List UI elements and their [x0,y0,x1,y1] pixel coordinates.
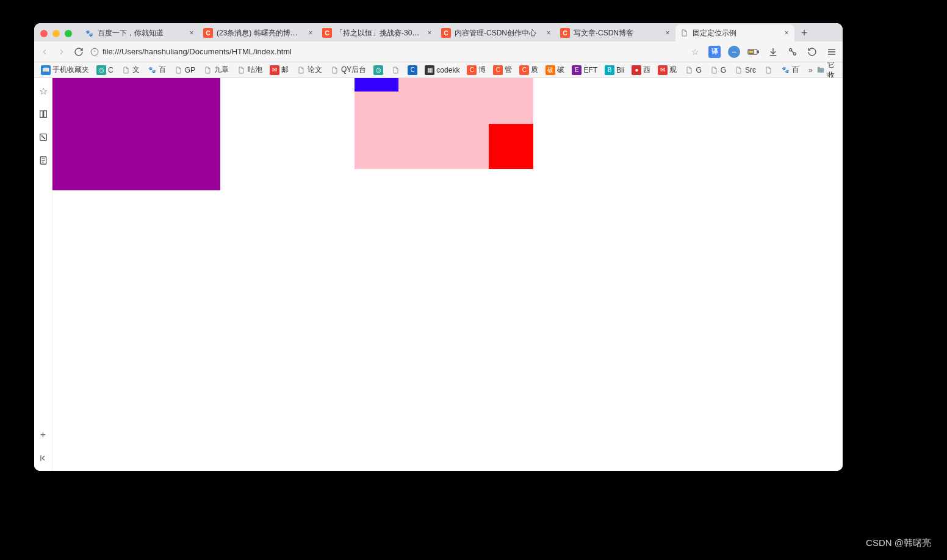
bookmark-label: EFT [583,66,597,74]
address-bar: file:///Users/hanshuliang/Documents/HTML… [34,41,843,62]
bookmark-item[interactable]: 破破 [544,65,566,75]
bookmark-label: 博 [478,65,486,75]
bookmark-favicon-icon: ◎ [96,65,106,75]
notes-icon[interactable] [38,155,49,166]
bookmark-label: QY后台 [341,65,366,75]
maximize-window-button[interactable] [65,30,72,37]
bookmark-item[interactable]: GP [171,65,197,75]
close-window-button[interactable] [40,30,48,37]
bookmark-item[interactable]: 🐾百 [779,65,801,75]
bookmark-label: 观 [669,65,677,75]
browser-tab[interactable]: C(23条消息) 韩曙亮的博客_C× [200,24,319,41]
reload-button[interactable] [73,46,84,57]
battery-icon[interactable] [747,46,760,58]
history-icon[interactable] [38,132,49,143]
tab-strip: 🐾百度一下，你就知道×C(23条消息) 韩曙亮的博客_C×C「持之以恒」挑战赛-… [34,23,843,41]
content-area: ☆ + [34,78,843,471]
zoom-indicator-icon[interactable]: − [728,46,740,58]
tab-close-button[interactable]: × [306,29,315,37]
bookmark-item[interactable]: 🐾百 [145,65,168,75]
tab-close-button[interactable]: × [544,29,553,37]
bookmark-item[interactable]: 论文 [294,65,324,75]
bookmark-label: G [696,66,701,74]
bookmark-label: 质 [531,65,538,75]
browser-tab[interactable]: C写文章-CSDN博客× [556,24,675,41]
bookmark-item[interactable]: ✉邮 [268,65,290,75]
bookmark-label: 文 [132,65,140,75]
bookmark-star-icon[interactable]: ☆ [689,46,701,58]
url-field[interactable]: file:///Users/hanshuliang/Documents/HTML… [90,47,683,56]
blue-box [355,78,398,92]
other-bookmarks-folder[interactable]: 其它收藏 [816,62,838,78]
bookmark-item[interactable] [389,65,402,75]
bookmark-favicon-icon: 🐾 [147,65,157,75]
bookmark-item[interactable]: 咕泡 [234,65,264,75]
bookmark-item[interactable]: 📖手机收藏夹 [39,65,91,75]
back-button[interactable] [39,46,50,57]
bookmark-item[interactable]: C质 [517,65,540,75]
red-box [489,124,533,169]
bookmark-item[interactable]: ✉观 [656,65,679,75]
add-panel-icon[interactable]: + [38,429,49,440]
bookmark-item[interactable]: C博 [465,65,488,75]
undo-close-icon[interactable] [806,46,818,58]
bookmark-item[interactable]: ●西 [630,65,652,75]
watermark-text: CSDN @韩曙亮 [866,537,931,549]
bookmark-item[interactable]: 九章 [201,65,231,75]
page-viewport [52,78,843,471]
browser-tab[interactable]: C「持之以恒」挑战赛-30天挑× [319,24,437,41]
screenshot-icon[interactable] [787,46,799,58]
tab-label: 「持之以恒」挑战赛-30天挑 [336,28,422,38]
browser-tab[interactable]: 🐾百度一下，你就知道× [81,24,200,41]
csdn-favicon-icon: C [322,28,332,38]
bookmark-item[interactable]: BBli [603,65,626,75]
collapse-panel-icon[interactable] [38,453,49,464]
bookmark-item[interactable]: EEFT [570,65,599,75]
new-tab-button[interactable]: + [796,24,813,41]
forward-button[interactable] [56,46,67,57]
bookmark-label: codekk [436,66,459,74]
bookmark-item[interactable]: G [707,65,728,75]
page-bookmark-icon [329,65,339,75]
bookmark-label: Bli [616,66,624,74]
bookmark-overflow[interactable]: » [808,66,813,74]
tab-close-button[interactable]: × [663,29,672,37]
bookmark-item[interactable]: QY后台 [328,65,368,75]
tab-label: 固定定位示例 [693,28,779,38]
tab-close-button[interactable]: × [425,29,434,37]
browser-tab[interactable]: C内容管理-CSDN创作中心× [437,24,556,41]
bookmark-item[interactable]: ▦codekk [423,65,461,75]
bookmark-label: 邮 [281,65,289,75]
bookmark-label: GP [185,66,195,74]
svg-rect-5 [749,50,754,53]
reading-list-icon[interactable] [38,109,49,120]
minimize-window-button[interactable] [52,30,60,37]
bookmark-item[interactable] [762,65,775,75]
menu-button[interactable] [826,46,838,58]
bookmark-item[interactable]: 文 [119,65,142,75]
bookmark-item[interactable]: G [682,65,703,75]
bookmark-item[interactable]: Src [732,65,758,75]
page-bookmark-icon [236,65,246,75]
csdn-favicon-icon: C [560,28,570,38]
browser-window: 🐾百度一下，你就知道×C(23条消息) 韩曙亮的博客_C×C「持之以恒」挑战赛-… [34,23,843,471]
favorites-icon[interactable]: ☆ [38,85,49,96]
browser-tab[interactable]: 固定定位示例× [675,24,794,41]
bookmark-label: 管 [505,65,512,75]
bookmark-item[interactable]: ◎C [95,65,115,75]
tab-close-button[interactable]: × [782,29,791,37]
bookmark-favicon-icon: ◎ [373,65,383,75]
bookmark-item[interactable]: ◎ [372,65,385,75]
bookmark-favicon-icon: ● [632,65,641,75]
baidu-favicon-icon: 🐾 [84,28,94,38]
tab-close-button[interactable]: × [187,29,196,37]
bookmark-label: 论文 [308,65,322,75]
bookmark-item[interactable]: C [406,65,419,75]
page-bookmark-icon [121,65,131,75]
page-bookmark-icon [296,65,306,75]
bookmark-item[interactable]: C管 [491,65,514,75]
download-icon[interactable] [767,46,779,58]
bookmark-label: 咕泡 [248,65,262,75]
translate-button[interactable]: 译 [708,46,721,58]
csdn-favicon-icon: C [441,28,451,38]
